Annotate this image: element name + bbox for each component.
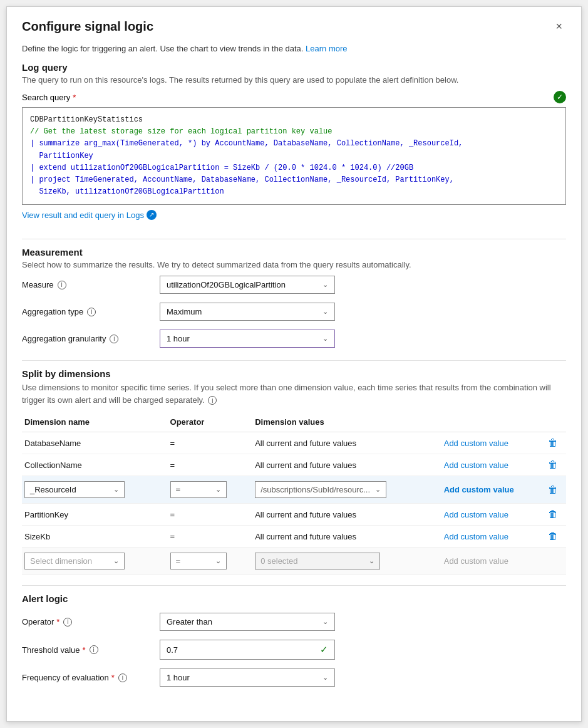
operator-value: Greater than (167, 617, 212, 627)
aggregation-type-value: Maximum (167, 307, 202, 316)
frequency-required-star: * (111, 673, 115, 682)
query-line-5b: SizeKb, utilizationOf20GBLogicalPartitio… (30, 186, 558, 198)
log-query-desc: The query to run on this resource's logs… (22, 75, 566, 85)
operator-dropdown[interactable]: Greater than ⌄ (160, 613, 335, 631)
threshold-check-icon: ✓ (320, 644, 328, 655)
new-op-dropdown[interactable]: = ⌄ (170, 553, 227, 569)
dim-op-cell: = (168, 432, 253, 454)
divider-1 (22, 239, 566, 239)
add-custom-link[interactable]: Add custom value (444, 460, 508, 470)
frequency-value: 1 hour (167, 673, 190, 682)
dim-op-cell: = (168, 526, 253, 548)
external-link-icon: ↗ (147, 210, 157, 220)
table-row: SizeKb = All current and future values A… (22, 526, 566, 548)
split-by-dimensions-section: Split by dimensions Use dimensions to mo… (22, 368, 566, 575)
aggregation-granularity-dropdown[interactable]: 1 hour ⌄ (160, 330, 335, 348)
new-op-value: = (176, 556, 181, 566)
divider-3 (22, 585, 566, 586)
measure-dropdown-value: utilizationOf20GBLogicalPartition (167, 280, 286, 289)
dim-op-dropdown-arrow: ⌄ (215, 486, 221, 494)
new-dim-name-cell: Select dimension ⌄ (22, 548, 168, 575)
add-custom-link[interactable]: Add custom value (444, 532, 508, 541)
table-row: CollectionName = All current and future … (22, 454, 566, 476)
dim-name-dropdown[interactable]: _ResourceId ⌄ (24, 481, 125, 498)
dim-name-cell: DatabaseName (22, 432, 168, 454)
dim-name-dropdown-arrow: ⌄ (113, 486, 119, 494)
dim-val-dropdown[interactable]: /subscriptions/SubId/resourc... ⌄ (255, 481, 386, 498)
query-line-3: | summarize arg_max(TimeGenerated, *) by… (30, 138, 558, 150)
add-custom-link[interactable]: Add custom value (444, 510, 508, 519)
search-query-label-row: Search query * ✓ (22, 91, 566, 103)
dim-val-dropdown-arrow: ⌄ (375, 486, 381, 494)
operator-label: Operator * i (22, 617, 160, 627)
select-dimension-dropdown[interactable]: Select dimension ⌄ (24, 553, 125, 569)
dim-val-dropdown-value: /subscriptions/SubId/resourc... (260, 485, 370, 494)
dim-val-cell: All current and future values (252, 432, 441, 454)
dim-delete-cell: 🗑 (545, 432, 566, 454)
measure-dropdown-arrow: ⌄ (322, 281, 328, 289)
new-dim-op-cell: = ⌄ (168, 548, 253, 575)
measure-label: Measure i (22, 280, 160, 289)
threshold-value: 0.7 (167, 645, 178, 655)
aggregation-type-label: Aggregation type i (22, 307, 160, 316)
query-box[interactable]: CDBPartitionKeyStatistics // Get the lat… (22, 107, 566, 205)
dim-name-cell: _ResourceId ⌄ (22, 476, 168, 504)
dim-name-cell: PartitionKey (22, 504, 168, 526)
query-line-4: | extend utilizationOf20GBLogicalPartiti… (30, 162, 558, 174)
add-custom-link[interactable]: Add custom value (444, 485, 514, 494)
aggregation-granularity-arrow: ⌄ (322, 335, 328, 343)
operator-row: Operator * i Greater than ⌄ (22, 613, 566, 631)
new-val-arrow: ⌄ (369, 557, 374, 565)
alert-logic-section: Alert logic Operator * i Greater than ⌄ … (22, 593, 566, 687)
threshold-input[interactable]: 0.7 ✓ (160, 640, 335, 660)
new-dimension-row: Select dimension ⌄ = ⌄ 0 selected (22, 548, 566, 575)
dim-op-dropdown-value: = (176, 485, 181, 494)
aggregation-type-dropdown[interactable]: Maximum ⌄ (160, 303, 335, 321)
alert-logic-title: Alert logic (22, 593, 566, 604)
col-dimension-name: Dimension name (22, 413, 168, 432)
dim-add-custom-cell: Add custom value (441, 454, 545, 476)
dialog-header: Configure signal logic × (22, 19, 566, 34)
measure-dropdown[interactable]: utilizationOf20GBLogicalPartition ⌄ (160, 276, 335, 294)
frequency-dropdown[interactable]: 1 hour ⌄ (160, 668, 335, 687)
new-add-custom-label: Add custom value (444, 556, 508, 566)
aggregation-type-row: Aggregation type i Maximum ⌄ (22, 303, 566, 321)
close-button[interactable]: × (552, 19, 566, 33)
new-val-dropdown[interactable]: 0 selected ⌄ (255, 553, 380, 569)
select-dimension-placeholder: Select dimension (30, 556, 92, 566)
table-row: DatabaseName = All current and future va… (22, 432, 566, 454)
delete-row-button[interactable]: 🗑 (548, 509, 558, 520)
dim-add-custom-cell: Add custom value (441, 504, 545, 526)
log-query-title: Log query (22, 62, 566, 73)
dim-name-dropdown-value: _ResourceId (30, 485, 76, 494)
operator-required-star: * (56, 617, 59, 627)
dim-delete-cell: 🗑 (545, 526, 566, 548)
delete-row-button[interactable]: 🗑 (548, 484, 558, 496)
new-op-arrow: ⌄ (215, 557, 221, 565)
dim-op-cell: = (168, 454, 253, 476)
delete-row-button[interactable]: 🗑 (548, 437, 558, 449)
log-query-section: Log query The query to run on this resou… (22, 62, 566, 231)
aggregation-type-arrow: ⌄ (322, 308, 328, 316)
dimensions-table: Dimension name Operator Dimension values… (22, 413, 566, 575)
add-custom-link[interactable]: Add custom value (444, 439, 508, 448)
learn-more-link[interactable]: Learn more (306, 44, 347, 53)
query-valid-checkmark: ✓ (554, 91, 566, 103)
dim-add-custom-cell: Add custom value (441, 476, 545, 504)
dim-op-dropdown[interactable]: = ⌄ (170, 481, 227, 498)
aggregation-type-info-icon: i (87, 308, 96, 316)
view-result-link[interactable]: View result and edit query in Logs ↗ (22, 210, 157, 220)
dim-val-cell: All current and future values (252, 454, 441, 476)
measure-info-icon: i (58, 281, 66, 289)
split-desc-text: Use dimensions to monitor specific time … (22, 383, 551, 405)
split-title: Split by dimensions (22, 368, 566, 379)
aggregation-granularity-value: 1 hour (167, 334, 190, 343)
query-line-3b: PartitionKey (30, 150, 558, 162)
delete-row-button[interactable]: 🗑 (548, 459, 558, 471)
delete-row-button[interactable]: 🗑 (548, 531, 558, 542)
divider-2 (22, 360, 566, 361)
dim-delete-cell: 🗑 (545, 476, 566, 504)
new-add-custom-cell: Add custom value (441, 548, 545, 575)
query-line-5: | project TimeGenerated, AccountName, Da… (30, 174, 558, 186)
aggregation-granularity-row: Aggregation granularity i 1 hour ⌄ (22, 330, 566, 348)
